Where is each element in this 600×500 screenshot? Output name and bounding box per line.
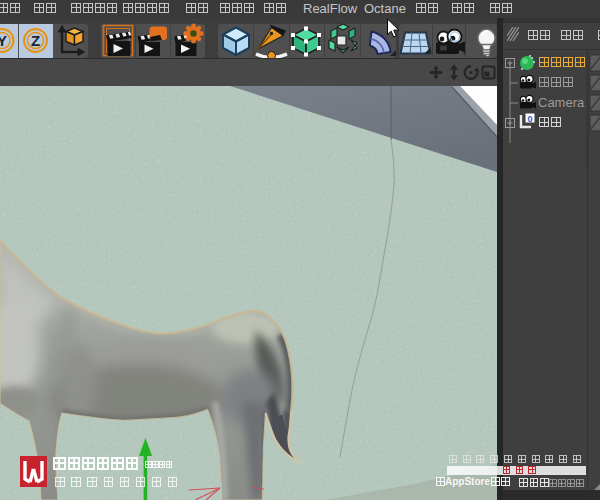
svg-text:Z: Z bbox=[31, 32, 40, 49]
svg-text:Y: Y bbox=[0, 32, 7, 49]
svg-text:0: 0 bbox=[527, 114, 532, 124]
